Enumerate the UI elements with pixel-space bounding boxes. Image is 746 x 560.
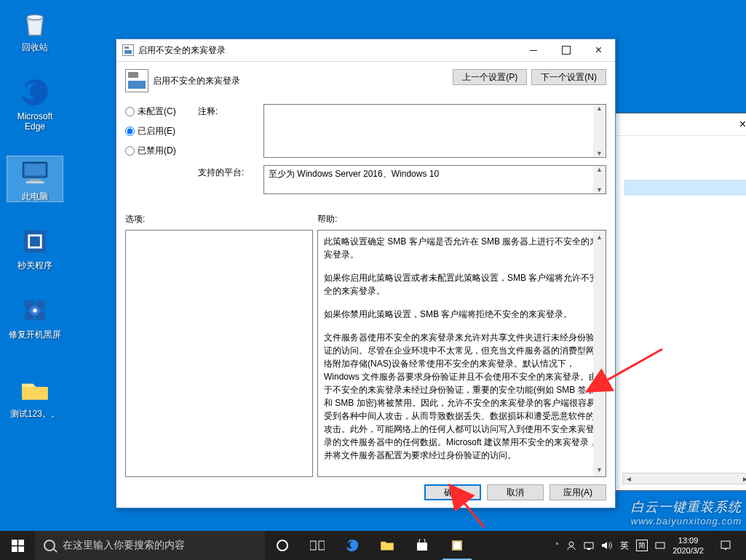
taskbar: 在这里输入你要搜索的内容 ˄ 英 简 13:09 2020/3/2 [0, 531, 746, 560]
search-icon [44, 540, 55, 551]
svg-rect-7 [30, 236, 40, 247]
ok-button[interactable]: 确定 [424, 484, 481, 500]
desktop-icon-recycle-bin[interactable]: 回收站 [7, 7, 63, 52]
bg-window-selection [624, 180, 746, 196]
svg-rect-28 [587, 548, 590, 550]
desktop-icon-label: 回收站 [7, 42, 63, 52]
comment-textarea[interactable]: ▲▼ [263, 104, 606, 158]
tray-chevron-icon[interactable]: ˄ [555, 542, 559, 550]
svg-rect-16 [12, 540, 17, 545]
dialog-icon [122, 44, 134, 56]
bg-window-scrollbar[interactable]: ◄► [622, 473, 746, 484]
repair-icon [19, 295, 51, 327]
cortana-icon[interactable] [265, 531, 300, 560]
svg-rect-29 [656, 543, 664, 548]
shutdown-icon [19, 225, 51, 257]
svg-rect-4 [26, 181, 44, 183]
people-icon[interactable] [566, 540, 576, 551]
platform-label: 支持的平台: [198, 165, 261, 194]
svg-point-13 [33, 308, 37, 313]
store-taskbar-icon[interactable] [405, 531, 440, 560]
desktop-icon-this-pc[interactable]: 此电脑 [7, 156, 63, 201]
previous-setting-button[interactable]: 上一个设置(P) [453, 69, 527, 85]
explorer-taskbar-icon[interactable] [370, 531, 405, 560]
keyboard-icon[interactable] [655, 540, 665, 551]
gpedit-dialog: 启用不安全的来宾登录 × 启用不安全的来宾登录 上一个设置(P) 下一个设置(N… [116, 39, 616, 508]
help-text: 如果你启用此策略设置或者未配置此策略设置，SMB 客户端将允许不安全的来宾登录。 [324, 271, 600, 297]
platform-value: 至少为 Windows Server 2016、Windows 10 [269, 169, 439, 179]
next-setting-button[interactable]: 下一个设置(N) [531, 69, 606, 85]
help-box[interactable]: 此策略设置确定 SMB 客户端是否允许在 SMB 服务器上进行不安全的来宾登录。… [317, 230, 606, 477]
desktop-icon-edge[interactable]: Microsoft Edge [7, 76, 63, 132]
desktop-icon-folder[interactable]: 测试123。。 [7, 374, 63, 419]
scrollbar[interactable]: ▲▼ [593, 166, 606, 193]
desktop-icon-label: Microsoft Edge [7, 111, 63, 132]
minimize-button[interactable] [517, 39, 549, 61]
desktop-icon-label: 测试123。。 [7, 409, 63, 419]
svg-rect-2 [25, 164, 45, 175]
svg-rect-25 [453, 542, 461, 549]
svg-rect-18 [12, 546, 17, 552]
options-box[interactable] [125, 230, 313, 477]
desktop-icon-repair[interactable]: 修复开机黑屏 [7, 295, 63, 340]
task-view-icon[interactable] [300, 531, 335, 560]
mmc-taskbar-icon[interactable] [440, 531, 475, 560]
comment-label: 注释: [198, 104, 261, 158]
help-label: 帮助: [317, 213, 337, 225]
desktop-icon-shutdown[interactable]: 秒关程序 [7, 225, 63, 271]
svg-rect-22 [319, 541, 325, 550]
search-placeholder: 在这里输入你要搜索的内容 [63, 539, 185, 552]
svg-point-26 [569, 542, 574, 546]
scrollbar[interactable]: ▲▼ [593, 231, 606, 476]
edge-taskbar-icon[interactable] [335, 531, 370, 560]
svg-rect-21 [310, 541, 316, 550]
help-text: 文件服务器使用不安全的来宾登录来允许对共享文件夹进行未经身份验证的访问。尽管在企… [324, 331, 600, 462]
notifications-icon[interactable] [711, 531, 740, 560]
network-icon[interactable] [584, 540, 594, 551]
background-window: × ◄► [614, 113, 746, 491]
svg-point-20 [277, 540, 287, 551]
volume-icon[interactable] [601, 541, 613, 550]
titlebar[interactable]: 启用不安全的来宾登录 × [116, 39, 615, 61]
help-text: 如果你禁用此策略设置，SMB 客户端将拒绝不安全的来宾登录。 [324, 308, 600, 321]
svg-rect-23 [417, 543, 427, 551]
clock[interactable]: 13:09 2020/3/2 [672, 535, 704, 556]
options-label: 选项: [125, 213, 317, 225]
this-pc-icon [19, 156, 51, 188]
radio-enabled[interactable]: 已启用(E) [125, 125, 195, 137]
scrollbar[interactable]: ▲▼ [593, 105, 606, 157]
cancel-button[interactable]: 取消 [487, 484, 544, 500]
policy-subtitle: 启用不安全的来宾登录 [153, 75, 240, 87]
svg-rect-19 [18, 546, 24, 552]
help-text: 此策略设置确定 SMB 客户端是否允许在 SMB 服务器上进行不安全的来宾登录。 [324, 235, 600, 261]
close-button[interactable]: × [582, 39, 615, 61]
start-button[interactable] [0, 531, 35, 560]
platform-value-box: 至少为 Windows Server 2016、Windows 10 ▲▼ [263, 165, 606, 194]
dialog-title: 启用不安全的来宾登录 [138, 44, 517, 57]
svg-rect-17 [18, 540, 24, 545]
svg-rect-27 [584, 543, 593, 548]
radio-disabled[interactable]: 已禁用(D) [125, 145, 195, 157]
watermark: 白云一键重装系统 www.baiyunxitong.com [631, 498, 742, 527]
edge-icon [19, 76, 51, 108]
apply-button[interactable]: 应用(A) [549, 484, 606, 500]
maximize-button[interactable] [549, 39, 582, 61]
policy-icon [125, 69, 148, 92]
desktop-icon-label: 秒关程序 [7, 260, 63, 271]
radio-not-configured[interactable]: 未配置(C) [125, 105, 195, 118]
desktop-icon-label: 修复开机黑屏 [7, 329, 63, 340]
ime-sub[interactable]: 简 [636, 540, 648, 551]
system-tray[interactable]: ˄ 英 简 13:09 2020/3/2 [549, 531, 746, 560]
recycle-bin-icon [19, 7, 51, 39]
desktop-icon-label: 此电脑 [7, 191, 63, 201]
svg-rect-3 [29, 180, 41, 182]
folder-icon [19, 374, 51, 406]
search-box[interactable]: 在这里输入你要搜索的内容 [35, 531, 265, 560]
bg-window-close-button[interactable]: × [726, 113, 746, 135]
svg-point-0 [27, 15, 43, 20]
svg-rect-30 [721, 541, 730, 548]
ime-lang[interactable]: 英 [620, 540, 629, 552]
